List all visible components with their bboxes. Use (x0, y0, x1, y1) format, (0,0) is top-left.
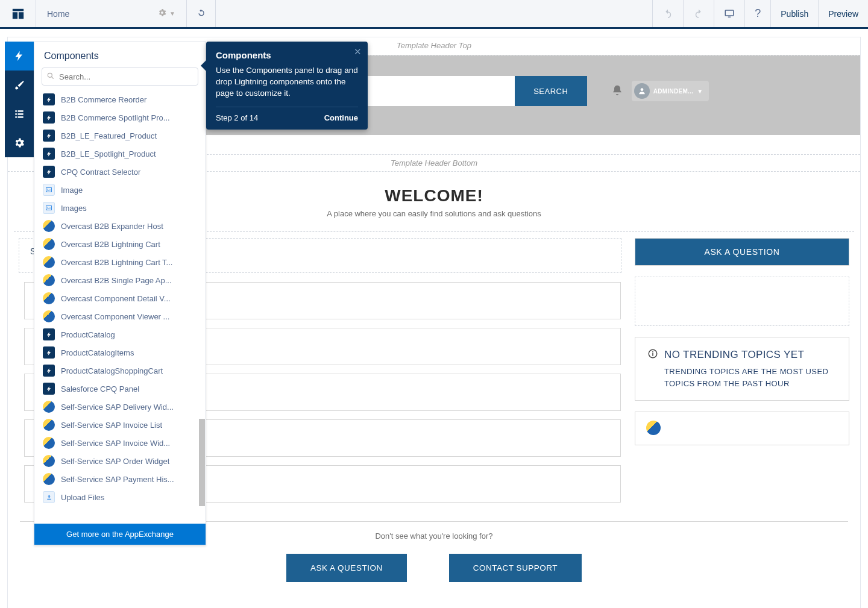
chevron-down-icon: ▼ (169, 10, 175, 17)
desktop-icon (724, 8, 735, 19)
page-settings-gear-icon[interactable] (157, 8, 167, 19)
redo-icon (693, 8, 704, 19)
undo-icon (662, 8, 673, 19)
help-button[interactable]: ? (744, 0, 770, 27)
top-bar: Home ▼ ? Publish Preview (0, 0, 868, 29)
undo-button[interactable] (652, 0, 683, 27)
redo-button[interactable] (683, 0, 714, 27)
svg-rect-0 (12, 8, 23, 11)
publish-button[interactable]: Publish (770, 0, 818, 27)
svg-rect-3 (726, 10, 734, 16)
page-name-dropdown[interactable]: Home ▼ (36, 0, 187, 27)
app-logo[interactable] (0, 0, 36, 27)
preview-button[interactable]: Preview (818, 0, 868, 27)
top-actions: ? Publish Preview (652, 0, 868, 27)
svg-rect-4 (728, 16, 731, 17)
page-name-label: Home (47, 9, 69, 19)
desktop-view-button[interactable] (714, 0, 744, 27)
svg-rect-1 (12, 12, 17, 19)
builder-logo-icon (11, 7, 25, 20)
preview-label: Preview (828, 9, 858, 19)
refresh-icon (197, 8, 206, 19)
publish-label: Publish (781, 9, 808, 19)
help-icon: ? (755, 7, 761, 20)
svg-rect-2 (18, 12, 23, 19)
refresh-button[interactable] (187, 0, 216, 27)
